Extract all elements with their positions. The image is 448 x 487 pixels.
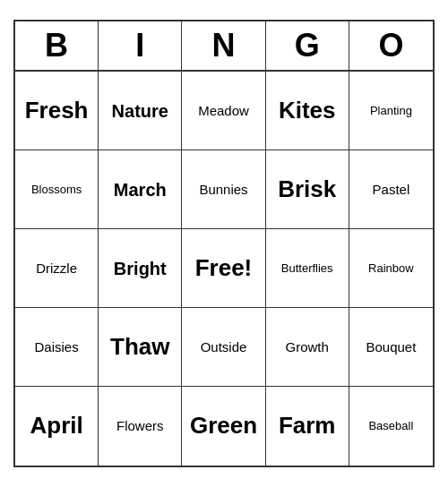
- cell-text: Bunnies: [199, 182, 247, 198]
- bingo-cell-2-3: Butterflies: [266, 229, 349, 308]
- bingo-cell-4-3: Farm: [266, 387, 349, 466]
- header-letter: I: [99, 21, 182, 70]
- cell-text: Planting: [370, 104, 412, 118]
- bingo-header: BINGO: [15, 21, 433, 72]
- bingo-cell-4-2: Green: [182, 387, 265, 466]
- cell-text: Drizzle: [36, 261, 77, 277]
- cell-text: Kites: [279, 97, 336, 124]
- cell-text: Bright: [114, 258, 167, 279]
- cell-text: Brisk: [278, 175, 336, 203]
- bingo-cell-3-3: Growth: [266, 308, 349, 387]
- cell-text: Fresh: [25, 97, 89, 124]
- cell-text: Baseball: [368, 419, 413, 433]
- bingo-cell-4-1: Flowers: [99, 387, 182, 466]
- cell-text: Flowers: [116, 418, 164, 434]
- bingo-cell-3-4: Bouquet: [349, 308, 433, 387]
- bingo-cell-2-4: Rainbow: [349, 229, 433, 308]
- cell-text: Meadow: [198, 103, 249, 119]
- bingo-cell-3-2: Outside: [182, 308, 265, 387]
- cell-text: Nature: [112, 100, 168, 122]
- bingo-cell-0-4: Planting: [349, 72, 433, 150]
- cell-text: Growth: [286, 339, 329, 355]
- bingo-cell-4-0: April: [15, 387, 99, 466]
- cell-text: Thaw: [110, 333, 169, 361]
- bingo-cell-3-0: Daisies: [15, 308, 99, 387]
- cell-text: Farm: [279, 412, 336, 440]
- cell-text: April: [30, 412, 82, 440]
- cell-text: Butterflies: [281, 261, 333, 276]
- bingo-cell-0-1: Nature: [99, 72, 182, 150]
- bingo-cell-0-3: Kites: [266, 72, 349, 150]
- bingo-cell-3-1: Thaw: [99, 308, 182, 387]
- cell-text: Green: [190, 412, 257, 440]
- cell-text: Daisies: [35, 339, 79, 355]
- cell-text: Pastel: [373, 182, 410, 198]
- bingo-cell-2-0: Drizzle: [15, 229, 99, 308]
- bingo-cell-4-4: Baseball: [349, 387, 433, 466]
- bingo-cell-1-0: Blossoms: [15, 150, 99, 229]
- cell-text: Outside: [201, 339, 247, 355]
- header-letter: O: [349, 21, 433, 70]
- bingo-cell-0-2: Meadow: [182, 72, 265, 150]
- bingo-card: BINGO FreshNatureMeadowKitesPlantingBlos…: [13, 20, 435, 467]
- bingo-cell-1-1: March: [99, 150, 182, 229]
- bingo-cell-2-2: Free!: [182, 229, 265, 308]
- bingo-cell-1-2: Bunnies: [182, 150, 265, 229]
- header-letter: G: [266, 21, 349, 70]
- cell-text: March: [114, 179, 167, 201]
- bingo-grid: FreshNatureMeadowKitesPlantingBlossomsMa…: [15, 72, 433, 466]
- bingo-cell-0-0: Fresh: [15, 72, 99, 150]
- header-letter: B: [15, 21, 99, 70]
- cell-text: Free!: [195, 254, 253, 282]
- bingo-cell-1-4: Pastel: [349, 150, 433, 229]
- cell-text: Blossoms: [31, 183, 82, 197]
- bingo-cell-1-3: Brisk: [266, 150, 349, 229]
- bingo-cell-2-1: Bright: [99, 229, 182, 308]
- cell-text: Bouquet: [366, 339, 416, 355]
- cell-text: Rainbow: [368, 261, 414, 276]
- header-letter: N: [182, 21, 265, 70]
